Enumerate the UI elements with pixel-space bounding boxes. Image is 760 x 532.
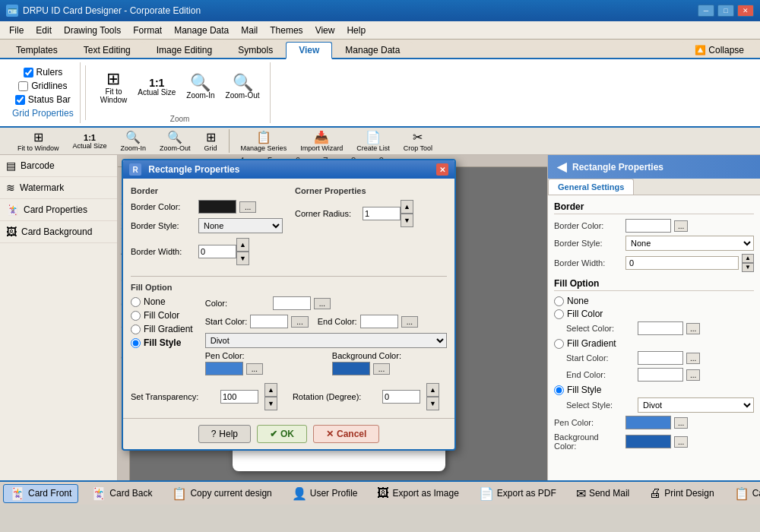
fit-window2-btn[interactable]: ⊞ Fit to Window [12, 128, 65, 154]
menu-format[interactable]: Format [127, 24, 168, 37]
start-color-btn[interactable]: ... [291, 316, 308, 328]
rp-end-color-box[interactable] [638, 368, 683, 382]
print-design-btn[interactable]: 🖨 Print Design [642, 484, 720, 502]
bg-color-btn[interactable]: ... [373, 363, 390, 375]
sidebar-item-card-properties[interactable]: 🃏 Card Properties [0, 199, 117, 221]
user-profile-btn[interactable]: 👤 User Profile [285, 484, 365, 503]
card-front-btn[interactable]: 🃏 Card Front [3, 484, 78, 503]
border-width-input[interactable] [198, 245, 236, 258]
statusbar-checkbox[interactable] [15, 95, 25, 105]
back-arrow-button[interactable]: ◀ [557, 160, 566, 174]
menu-drawing-tools[interactable]: Drawing Tools [58, 24, 127, 37]
send-mail-btn[interactable]: ✉ Send Mail [569, 484, 636, 503]
minimize-button[interactable]: ─ [698, 5, 714, 17]
cancel-button[interactable]: ✕ Cancel [313, 425, 379, 443]
create-list-btn[interactable]: 📄 Create List [351, 128, 395, 154]
none-radio[interactable] [131, 297, 141, 307]
fill-style-radio[interactable] [131, 338, 141, 348]
tab-templates[interactable]: Templates [3, 42, 71, 58]
fit-to-window-button[interactable]: ⊞ Fit toWindow [97, 68, 131, 106]
menu-mail[interactable]: Mail [235, 24, 264, 37]
rp-fill-gradient-radio[interactable] [554, 339, 564, 349]
menu-themes[interactable]: Themes [264, 24, 309, 37]
fill-color-radio[interactable] [131, 311, 141, 321]
dialog-close-button[interactable]: ✕ [436, 163, 448, 176]
rp-fill-style-radio[interactable] [554, 385, 564, 395]
statusbar-checkbox-row[interactable]: Status Bar [15, 94, 71, 105]
border-color-dots-btn[interactable]: ... [239, 201, 256, 213]
tab-collapse[interactable]: 🔼 Collapse [682, 42, 757, 58]
rp-tab-general[interactable]: General Settings [548, 179, 634, 195]
rp-border-style-select[interactable]: None Solid Dashed [625, 236, 754, 251]
rp-style-select[interactable]: Divot Solid [638, 397, 754, 413]
rp-fill-color-radio[interactable] [554, 309, 564, 319]
menu-edit[interactable]: Edit [30, 24, 58, 37]
grid-properties-link[interactable]: Grid Properties [12, 108, 74, 119]
end-color-box[interactable] [360, 315, 398, 328]
manage-series-btn[interactable]: 📋 Manage Series [236, 128, 293, 154]
zoom-out-button[interactable]: 🔍 Zoom-Out [222, 72, 264, 102]
export-image-btn[interactable]: 🖼 Export as Image [370, 484, 465, 502]
transparency-down[interactable]: ▼ [264, 397, 277, 410]
fill-gradient-radio[interactable] [131, 325, 141, 334]
zoom-in2-btn[interactable]: 🔍 Zoom-In [116, 128, 152, 154]
menu-file[interactable]: File [3, 24, 30, 37]
rp-none-radio[interactable] [554, 296, 564, 306]
rulers-checkbox[interactable] [24, 68, 33, 78]
copy-design-btn[interactable]: 📋 Copy current design [165, 484, 278, 503]
maximize-button[interactable]: □ [717, 5, 734, 17]
rotation-down[interactable]: ▼ [426, 397, 439, 410]
gridlines-checkbox-row[interactable]: Gridlines [18, 81, 67, 91]
tab-image-editing[interactable]: Image Editing [144, 42, 225, 58]
grid-btn[interactable]: ⊞ Grid [199, 128, 223, 154]
border-width-up[interactable]: ▲ [236, 238, 249, 252]
border-color-box[interactable] [198, 200, 236, 214]
menu-help[interactable]: Help [340, 24, 372, 37]
corner-radius-up[interactable]: ▲ [401, 200, 413, 214]
menu-view[interactable]: View [309, 24, 341, 37]
rp-select-color-btn[interactable]: ... [686, 323, 700, 334]
zoom-out2-btn[interactable]: 🔍 Zoom-Out [154, 128, 196, 154]
rp-border-color-box[interactable] [625, 219, 671, 233]
color-box[interactable] [273, 296, 311, 310]
actual-size-button[interactable]: 1:1 Actual Size [134, 75, 179, 99]
corner-radius-down[interactable]: ▼ [401, 214, 413, 227]
color-dots-btn[interactable]: ... [314, 298, 331, 309]
rp-start-color-box[interactable] [638, 351, 683, 365]
rp-border-width-up[interactable]: ▲ [742, 254, 754, 263]
tab-symbols[interactable]: Symbols [225, 42, 286, 58]
rp-border-width-input[interactable] [625, 256, 739, 270]
export-pdf-btn[interactable]: 📄 Export as PDF [472, 484, 563, 503]
rulers-checkbox-row[interactable]: Rulers [24, 67, 63, 78]
import-wizard-btn[interactable]: 📥 Import Wizard [295, 128, 348, 154]
bg-color-box[interactable] [332, 362, 370, 375]
rp-pen-color-box[interactable] [625, 416, 671, 429]
border-style-select[interactable]: None Solid Dashed Dotted [198, 218, 283, 233]
pen-color-btn[interactable]: ... [246, 363, 263, 375]
rotation-input[interactable] [382, 390, 420, 404]
card-back-btn[interactable]: 🃏 Card Back [84, 484, 159, 503]
fill-style-select[interactable]: Divot Solid Gradient [205, 333, 447, 348]
gridlines-checkbox[interactable] [18, 81, 28, 91]
rp-pen-color-btn[interactable]: ... [674, 417, 688, 429]
transparency-up[interactable]: ▲ [264, 383, 277, 397]
zoom-in-button[interactable]: 🔍 Zoom-In [182, 72, 218, 102]
rp-start-color-btn[interactable]: ... [686, 353, 700, 364]
tab-text-editing[interactable]: Text Editing [71, 42, 144, 58]
rotation-up[interactable]: ▲ [426, 383, 439, 397]
tab-view[interactable]: View [286, 42, 332, 59]
transparency-input[interactable] [220, 390, 258, 404]
corner-radius-input[interactable] [363, 207, 401, 220]
close-button[interactable]: ✕ [737, 5, 754, 17]
help-button[interactable]: ? Help [198, 425, 251, 443]
rp-end-color-btn[interactable]: ... [686, 369, 700, 381]
crop-tool-btn[interactable]: ✂ Crop Tool [398, 128, 438, 154]
end-color-btn[interactable]: ... [401, 316, 418, 328]
rp-border-color-btn[interactable]: ... [674, 220, 688, 232]
border-width-down[interactable]: ▼ [236, 252, 249, 265]
tab-manage-data[interactable]: Manage Data [332, 42, 413, 58]
sidebar-item-barcode[interactable]: ▤ Barcode [0, 155, 117, 177]
actual-size2-btn[interactable]: 1:1 Actual Size [68, 131, 112, 152]
sidebar-item-card-background[interactable]: 🖼 Card Background [0, 221, 117, 243]
start-color-box[interactable] [250, 315, 288, 328]
